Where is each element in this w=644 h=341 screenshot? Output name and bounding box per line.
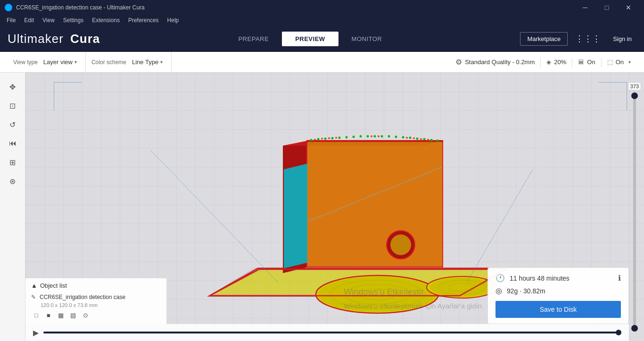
minimize-button[interactable]: ─ [574,0,596,15]
obj-icon-cube2[interactable]: ■ [43,310,54,320]
skip-back-tool[interactable]: ⏮ [4,135,21,152]
svg-point-14 [339,136,341,139]
clock-icon: 🕐 [495,274,505,283]
support-tool[interactable]: ⊛ [4,173,21,190]
object-icon-group: □ ■ ▦ ▧ ⊙ [31,310,161,320]
mirror-tool[interactable]: ⊡ [4,97,21,114]
svg-point-18 [367,135,369,137]
maximize-button[interactable]: □ [596,0,618,15]
view-type-label: View type [13,59,38,66]
undo-tool[interactable]: ↺ [4,116,21,133]
adhesion-icon: ⬚ [607,58,613,66]
svg-point-28 [437,139,439,141]
window-title: CCR6SE_irrigation detection case - Ultim… [16,4,574,11]
slider-handle-bottom[interactable] [631,325,638,332]
view-type-dropdown[interactable]: Layer view ▾ [41,57,80,67]
info-panel: 🕐 11 hours 48 minutes ℹ ◎ 92g · 30.82m S… [487,267,629,324]
nav-tabs: PREPARE PREVIEW MONITOR [225,32,395,46]
svg-point-19 [374,135,376,137]
menu-preferences[interactable]: Preferences [124,16,163,25]
svg-point-12 [324,137,327,140]
tab-preview[interactable]: PREVIEW [282,32,338,46]
play-button[interactable]: ▶ [33,328,39,337]
svg-point-38 [427,139,429,141]
save-to-disk-button[interactable]: Save to Disk [495,301,621,318]
menu-file[interactable]: File [3,16,19,25]
layer-value: 373 [628,82,641,91]
svg-point-15 [346,136,348,138]
menu-edit[interactable]: Edit [20,16,38,25]
color-scheme-dropdown[interactable]: Line Type ▾ [129,57,165,67]
object-list-title: Object list [40,282,67,289]
tab-monitor[interactable]: MONITOR [339,32,396,46]
app-icon [5,4,12,11]
marketplace-button[interactable]: Marketplace [520,32,568,46]
group-tool[interactable]: ⊞ [4,154,21,171]
close-button[interactable]: ✕ [618,0,639,15]
svg-marker-8 [307,142,442,266]
object-list-panel: ▲ Object list ✎ CCR6SE_irrigation detect… [25,278,167,324]
support-label: On [587,58,595,66]
progress-handle[interactable] [616,330,621,335]
object-list-header[interactable]: ▲ Object list [31,282,161,289]
slider-handle-top[interactable] [631,92,638,99]
left-sidebar: ✥ ⊡ ↺ ⏮ ⊞ ⊛ [0,73,25,341]
svg-point-20 [381,135,383,137]
settings-chevron[interactable]: ▾ [628,59,631,65]
window-controls: ─ □ ✕ [574,0,639,15]
obj-icon-cube5[interactable]: ⊙ [80,310,91,320]
obj-icon-cube4[interactable]: ▧ [68,310,78,320]
tab-prepare[interactable]: PREPARE [225,32,282,46]
svg-point-37 [420,138,422,140]
info-button[interactable]: ℹ [618,274,621,283]
svg-marker-9 [306,140,443,142]
adhesion-label: On [616,58,624,66]
object-dimensions: 120.0 x 120.0 x 73.8 mm [31,302,161,308]
edit-icon: ✎ [31,294,36,300]
menu-extensions[interactable]: Extensions [88,16,124,25]
playback-bar: ▶ [25,324,629,341]
progress-fill [43,332,621,333]
settings-icon[interactable]: ⚙ [455,58,462,67]
separator3 [601,58,602,67]
svg-point-10 [310,139,313,141]
support-icon: 🏛 [578,58,584,66]
signin-button[interactable]: Sign in [608,33,636,45]
main-area: ✥ ⊡ ↺ ⏮ ⊞ ⊛ [0,73,644,341]
color-scheme-label: Color scheme [91,59,126,66]
object-item: ✎ CCR6SE_irrigation detection case [31,292,161,302]
toolbar: View type Layer view ▾ Color scheme Line… [0,52,644,73]
svg-point-31 [328,137,330,139]
svg-point-24 [409,136,412,139]
move-tool[interactable]: ✥ [4,78,21,95]
3d-object-svg [123,84,547,330]
menu-settings[interactable]: Settings [59,16,87,25]
obj-icon-cube1[interactable]: □ [31,310,41,320]
3d-viewport[interactable]: 373 ▲ Object list ✎ CCR6SE_irrigation de… [25,73,644,341]
menu-help[interactable]: Help [164,16,183,25]
menu-view[interactable]: View [39,16,58,25]
titlebar: CCR6SE_irrigation detection case - Ultim… [0,0,644,15]
color-scheme-chevron: ▾ [160,59,163,65]
obj-icon-cube3[interactable]: ▦ [56,310,66,320]
collapse-icon: ▲ [31,282,37,289]
svg-point-26 [423,138,426,140]
slider-track[interactable] [633,92,636,332]
layer-slider[interactable]: 373 [629,82,640,332]
infill-icon: ◈ [546,58,551,66]
spool-icon: ◎ [495,286,502,295]
svg-point-25 [416,137,419,140]
logo-light: Ultimaker [8,32,64,46]
view-type-group: View type Layer view ▾ [8,52,86,73]
view-type-value: Layer view [43,58,73,66]
time-row: 🕐 11 hours 48 minutes ℹ [495,274,621,283]
svg-point-33 [371,135,372,137]
svg-point-29 [314,139,316,141]
header: Ultimaker Cura PREPARE PREVIEW MONITOR M… [0,25,644,52]
menubar: FileEditViewSettingsExtensionsPreference… [0,15,644,25]
svg-point-23 [402,136,405,138]
separator [540,58,541,67]
grid-icon[interactable]: ⋮⋮⋮ [573,32,603,46]
svg-point-11 [317,138,320,140]
progress-track[interactable] [43,332,621,333]
